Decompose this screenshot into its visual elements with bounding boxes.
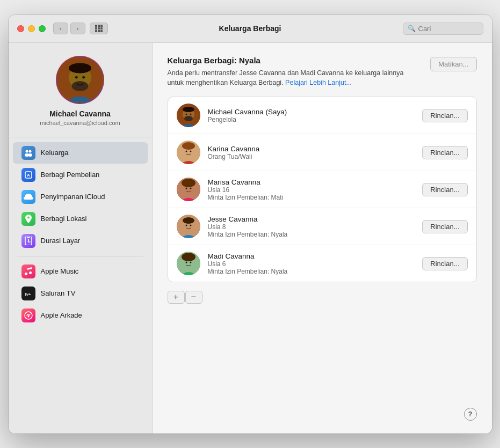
member-name-karina: Karina Cavanna [208,145,415,153]
svg-point-38 [185,188,187,189]
sidebar-item-saluran-tv[interactable]: tv+ Saluran TV [13,283,148,304]
sidebar-label-penyimpanan: Penyimpanan iCloud [41,193,105,201]
member-role-marisa: Usia 16 Minta Izin Pembelian: Mati [208,186,415,201]
back-button[interactable]: ‹ [53,23,68,34]
grid-icon [95,25,103,32]
sidebar-label-keluarga: Keluarga [41,149,69,157]
member-row-karina: Karina Cavanna Orang Tua/Wali Rincian... [168,134,476,171]
svg-point-26 [185,114,187,115]
member-info-jesse: Jesse Cavanna Usia 8 Minta Izin Pembelia… [208,215,415,238]
svg-point-10 [28,153,32,157]
member-name-madi: Madi Cavanna [208,252,415,260]
member-role-jesse: Usia 8 Minta Izin Pembelian: Nyala [208,223,415,238]
right-panel: Keluarga Berbagi: Nyala Anda perlu mentr… [153,43,492,434]
member-info-marisa: Marisa Cavanna Usia 16 Minta Izin Pembel… [208,178,415,201]
member-info-karina: Karina Cavanna Orang Tua/Wali [208,145,415,160]
svg-point-39 [190,188,191,189]
turn-off-button[interactable]: Matikan... [430,57,476,71]
user-name: Michael Cavanna [49,109,111,118]
learn-more-link[interactable]: Pelajari Lebih Lanjut... [285,79,352,86]
grid-button[interactable] [90,23,108,34]
nav-buttons: ‹ › [53,23,108,34]
detail-button-jesse[interactable]: Rincian... [422,220,467,233]
saluran-tv-icon: tv+ [21,287,35,300]
member-role-karina: Orang Tua/Wali [208,153,415,160]
avatar [56,56,104,104]
user-profile: Michael Cavanna michael_cavanna@icloud.c… [9,43,152,137]
svg-point-7 [25,150,28,152]
panel-header: Keluarga Berbagi: Nyala Anda perlu mentr… [168,56,477,89]
sidebar-label-apple-arkade: Apple Arkade [41,311,82,319]
svg-point-50 [185,262,187,263]
detail-button-marisa[interactable]: Rincian... [422,183,467,196]
minimize-button[interactable] [28,25,35,32]
svg-point-25 [183,107,194,112]
svg-text:A: A [27,173,30,178]
avatar-jesse [177,215,200,238]
titlebar: ‹ › Keluarga Berbagi 🔍 [9,15,492,43]
svg-point-20 [27,315,29,317]
sidebar-item-apple-arkade[interactable]: Apple Arkade [13,305,148,326]
sidebar-item-penyimpanan[interactable]: Penyimpanan iCloud [13,186,148,208]
member-name-marisa: Marisa Cavanna [208,178,415,186]
svg-point-24 [184,116,193,121]
sidebar-section-main: Keluarga A Berbagi Pembelian [9,142,152,252]
member-info-michael: Michael Cavanna (Saya) Pengelola [208,108,415,123]
sidebar-nav-main: Keluarga A Berbagi Pembelian [9,137,152,331]
forward-button[interactable]: › [70,23,85,34]
member-info-madi: Madi Cavanna Usia 6 Minta Izin Pembelian… [208,252,415,275]
svg-point-27 [190,114,191,115]
member-role-madi: Usia 6 Minta Izin Pembelian: Nyala [208,260,415,275]
sidebar-label-durasi: Durasi Layar [41,237,81,245]
svg-point-13 [27,216,30,218]
svg-point-45 [190,225,191,226]
main-window: ‹ › Keluarga Berbagi 🔍 [9,15,492,434]
member-row-michael: Michael Cavanna (Saya) Pengelola Rincian… [168,97,476,134]
avatar-karina [177,141,200,164]
maximize-button[interactable] [39,25,46,32]
sidebar-divider [17,256,143,256]
sidebar-item-durasi[interactable]: Durasi Layar [13,230,148,252]
sidebar-item-lokasi[interactable]: Berbagi Lokasi [13,208,148,230]
lokasi-icon [21,212,35,226]
apple-music-icon [21,265,35,278]
sidebar-label-lokasi: Berbagi Lokasi [41,215,87,223]
detail-button-michael[interactable]: Rincian... [422,109,467,122]
svg-point-33 [190,151,191,152]
sidebar-label-saluran-tv: Saluran TV [41,289,76,297]
svg-point-44 [185,225,187,226]
add-member-button[interactable]: + [168,291,185,304]
traffic-lights [17,25,46,32]
svg-point-6 [82,76,85,78]
sidebar-label-berbagi-pembelian: Berbagi Pembelian [41,171,100,179]
keluarga-icon [21,146,35,160]
svg-point-31 [182,142,195,150]
sidebar-item-keluarga[interactable]: Keluarga [13,142,148,164]
svg-point-49 [182,253,195,261]
sidebar-item-apple-music[interactable]: Apple Music [13,261,148,282]
svg-rect-15 [27,237,30,238]
member-row-marisa: Marisa Cavanna Usia 16 Minta Izin Pembel… [168,171,476,208]
svg-point-5 [75,76,78,78]
member-name-michael: Michael Cavanna (Saya) [208,108,415,116]
panel-description: Anda perlu mentransfer Jesse Cavanna dan… [168,68,422,89]
svg-point-32 [185,151,187,152]
detail-button-karina[interactable]: Rincian... [422,146,467,159]
svg-point-8 [28,150,31,152]
help-button[interactable]: ? [464,408,477,421]
avatar-michael [177,104,200,127]
detail-button-madi[interactable]: Rincian... [422,257,467,270]
svg-point-51 [190,262,191,263]
search-input[interactable] [418,25,479,33]
sidebar-section-subscriptions: Apple Music tv+ Saluran TV [9,261,152,326]
close-button[interactable] [17,25,24,32]
member-row-jesse: Jesse Cavanna Usia 8 Minta Izin Pembelia… [168,208,476,245]
sidebar-item-berbagi-pembelian[interactable]: A Berbagi Pembelian [13,164,148,186]
avatar-madi [177,252,200,275]
panel-title-label: Keluarga Berbagi: [168,56,237,65]
search-box[interactable]: 🔍 [403,23,483,35]
member-role-michael: Pengelola [208,116,415,123]
members-list: Michael Cavanna (Saya) Pengelola Rincian… [168,97,477,282]
remove-member-button[interactable]: − [185,291,202,304]
user-email: michael_cavanna@icloud.com [40,120,120,126]
